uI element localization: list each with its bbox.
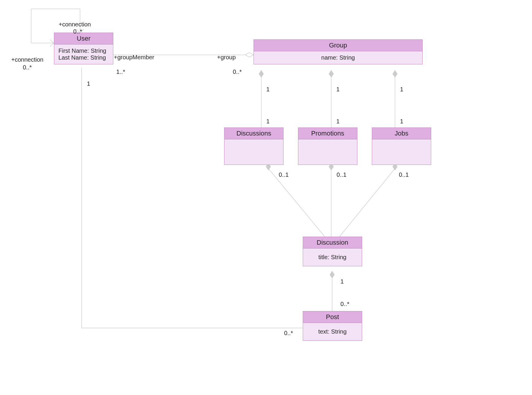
label-connection-top-mult: 0..* <box>73 28 82 35</box>
svg-line-8 <box>268 168 325 237</box>
label-connection-top: +connection <box>59 21 91 28</box>
class-user-body: First Name: String Last Name: String <box>54 44 113 64</box>
svg-marker-3 <box>259 70 264 77</box>
label-group-role: +group <box>217 54 236 61</box>
class-promotions-title: Promotions <box>298 128 357 139</box>
class-group[interactable]: Group name: String <box>254 39 423 64</box>
class-discussion-body: title: String <box>303 249 362 266</box>
label-disc-top-one: 1 <box>266 118 270 125</box>
label-grp-promo-one: 1 <box>336 86 340 93</box>
label-connection-left: +connection <box>11 56 43 63</box>
class-discussions-title: Discussions <box>224 128 283 139</box>
label-group-mult: 0..* <box>233 69 242 75</box>
attr-row: text: String <box>307 328 358 335</box>
label-user-one: 1 <box>87 80 90 87</box>
class-discussions-body <box>224 139 283 165</box>
label-jobs-bot-mult: 0..1 <box>399 171 409 178</box>
class-jobs[interactable]: Jobs <box>372 128 431 165</box>
class-jobs-body <box>372 139 431 165</box>
class-discussion-title: Discussion <box>303 237 362 249</box>
class-discussions[interactable]: Discussions <box>224 128 283 165</box>
svg-marker-7 <box>393 70 397 77</box>
label-promo-bot-mult: 0..1 <box>337 171 346 178</box>
class-group-body: name: String <box>254 51 422 64</box>
attr-row: First Name: String <box>58 47 109 54</box>
label-discussion-one: 1 <box>340 278 344 285</box>
class-user[interactable]: User First Name: String Last Name: Strin… <box>54 33 113 64</box>
svg-marker-15 <box>330 271 335 278</box>
class-post-title: Post <box>303 311 362 323</box>
label-jobs-top-one: 1 <box>400 118 403 125</box>
label-groupmember-mult: 1..* <box>116 69 125 75</box>
class-discussion[interactable]: Discussion title: String <box>303 237 362 266</box>
label-groupmember: +groupMember <box>114 54 154 61</box>
label-grp-jobs-one: 1 <box>400 86 403 93</box>
label-connection-left-mult: 0..* <box>23 64 32 71</box>
class-promotions[interactable]: Promotions <box>298 128 357 165</box>
attr-row: title: String <box>307 254 358 261</box>
svg-line-12 <box>340 168 395 237</box>
label-promo-top-one: 1 <box>336 118 340 125</box>
class-user-title: User <box>54 33 113 44</box>
attr-row: Last Name: String <box>58 54 109 61</box>
svg-marker-1 <box>245 52 254 57</box>
class-post-body: text: String <box>303 323 362 340</box>
class-group-title: Group <box>254 40 422 51</box>
class-promotions-body <box>298 139 357 165</box>
svg-marker-5 <box>329 70 334 77</box>
class-jobs-title: Jobs <box>372 128 431 139</box>
label-post-top-mult: 0..* <box>340 301 349 308</box>
class-post[interactable]: Post text: String <box>303 311 362 341</box>
label-disc-bot-mult: 0..1 <box>279 171 289 178</box>
attr-row: name: String <box>258 54 418 61</box>
label-post-left-mult: 0..* <box>284 330 293 337</box>
label-grp-disc-one: 1 <box>266 86 270 93</box>
